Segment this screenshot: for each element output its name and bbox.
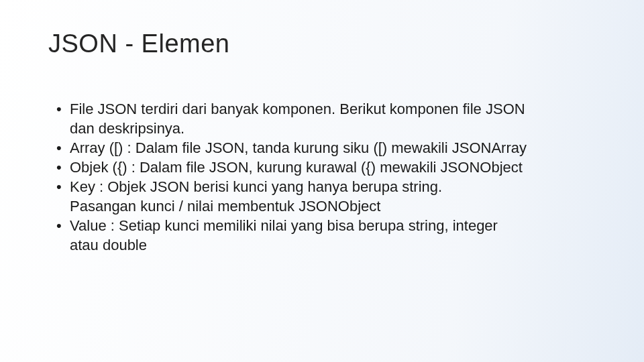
bullet-text-cont: atau double: [70, 235, 604, 255]
list-item: Key : Objek JSON berisi kunci yang hanya…: [60, 177, 604, 216]
bullet-text: File JSON terdiri dari banyak komponen. …: [70, 101, 525, 117]
list-item: File JSON terdiri dari banyak komponen. …: [60, 99, 604, 138]
slide-title: JSON - Elemen: [48, 29, 229, 58]
bullet-text: Key : Objek JSON berisi kunci yang hanya…: [70, 178, 442, 195]
bullet-text-cont: Pasangan kunci / nilai membentuk JSONObj…: [70, 196, 604, 216]
list-item: Value : Setiap kunci memiliki nilai yang…: [60, 216, 604, 255]
bullet-text-cont: dan deskripsinya.: [70, 119, 604, 138]
list-item: Array ([) : Dalam file JSON, tanda kurun…: [60, 138, 604, 158]
bullet-text: Value : Setiap kunci memiliki nilai yang…: [70, 217, 498, 234]
slide: JSON - Elemen File JSON terdiri dari ban…: [0, 0, 644, 362]
bullet-list: File JSON terdiri dari banyak komponen. …: [48, 99, 604, 255]
bullet-text: Array ([) : Dalam file JSON, tanda kurun…: [70, 139, 527, 156]
bullet-text: Objek ({) : Dalam file JSON, kurung kura…: [70, 159, 523, 176]
list-item: Objek ({) : Dalam file JSON, kurung kura…: [60, 158, 604, 177]
slide-content: File JSON terdiri dari banyak komponen. …: [48, 99, 604, 255]
